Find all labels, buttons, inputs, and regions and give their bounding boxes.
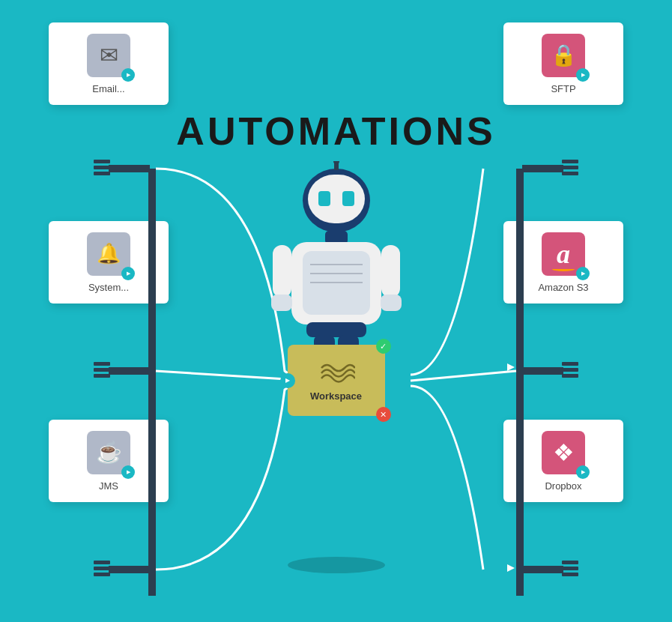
- svg-rect-18: [522, 367, 563, 375]
- dropbox-icon: [553, 438, 575, 467]
- svg-rect-2: [109, 165, 150, 172]
- sftp-label: SFTP: [551, 83, 575, 94]
- system-play-badge: [121, 267, 135, 280]
- svg-rect-48: [271, 295, 292, 311]
- svg-rect-14: [522, 165, 563, 172]
- svg-rect-6: [109, 367, 150, 375]
- svg-rect-22: [522, 566, 563, 573]
- svg-rect-50: [381, 295, 402, 311]
- sftp-play-badge: [576, 68, 590, 82]
- sftp-card[interactable]: SFTP: [503, 22, 623, 105]
- svg-rect-25: [562, 573, 578, 576]
- jms-card[interactable]: JMS: [49, 420, 169, 502]
- svg-rect-49: [381, 245, 400, 298]
- svg-rect-33: [342, 191, 354, 206]
- dropbox-play-badge: [576, 465, 590, 479]
- jms-label: JMS: [99, 480, 118, 492]
- amazons3-card[interactable]: Amazon S3: [503, 221, 623, 304]
- svg-rect-16: [562, 166, 578, 169]
- svg-rect-8: [94, 368, 110, 372]
- page-title: AUTOMATIONS: [176, 109, 495, 154]
- sftp-icon-wrap: [542, 34, 585, 77]
- svg-rect-7: [94, 362, 110, 366]
- workspace-check-badge: ✓: [376, 339, 391, 354]
- robot-shadow: [288, 557, 385, 573]
- coffee-icon: [96, 440, 122, 465]
- svg-rect-17: [562, 172, 578, 175]
- email-icon: [100, 42, 118, 68]
- workspace-card[interactable]: ▶ ✓ ✕ Workspace: [288, 345, 385, 416]
- svg-rect-10: [109, 566, 150, 573]
- svg-marker-28: [507, 564, 515, 572]
- workspace-play-badge: ▶: [280, 373, 295, 388]
- amazon-icon: [557, 238, 570, 270]
- jms-icon-wrap: [87, 431, 130, 474]
- svg-rect-19: [562, 362, 578, 366]
- svg-rect-32: [318, 191, 330, 206]
- email-play-badge: [121, 68, 135, 82]
- email-card[interactable]: Email...: [49, 22, 169, 105]
- svg-rect-42: [306, 322, 366, 337]
- bell-icon: [97, 242, 121, 265]
- workspace-label: Workspace: [310, 390, 362, 402]
- dropbox-card[interactable]: Dropbox: [503, 420, 623, 502]
- svg-rect-11: [94, 561, 110, 564]
- amazons3-label: Amazon S3: [538, 282, 588, 293]
- workspace-x-badge: ✕: [376, 407, 391, 422]
- email-label: Email...: [92, 83, 124, 94]
- svg-rect-9: [94, 374, 110, 378]
- system-label: System...: [88, 282, 129, 293]
- amazon-smile: [552, 267, 575, 271]
- svg-rect-47: [273, 245, 291, 298]
- svg-marker-27: [507, 363, 515, 371]
- workspace-icon: [318, 359, 355, 387]
- svg-rect-4: [94, 166, 110, 169]
- svg-rect-21: [562, 374, 578, 378]
- email-icon-wrap: [87, 34, 130, 77]
- jms-play-badge: [121, 465, 135, 479]
- svg-rect-15: [562, 160, 578, 163]
- svg-rect-24: [562, 567, 578, 570]
- svg-rect-5: [94, 172, 110, 175]
- svg-rect-31: [308, 175, 365, 223]
- dropbox-label: Dropbox: [545, 480, 581, 492]
- lock-icon: [551, 43, 577, 67]
- dropbox-icon-wrap: [542, 431, 585, 474]
- svg-rect-3: [94, 160, 110, 163]
- amazons3-play-badge: [576, 267, 590, 280]
- svg-rect-23: [562, 561, 578, 564]
- svg-rect-12: [94, 567, 110, 570]
- amazons3-icon-wrap: [542, 232, 585, 276]
- main-container: AUTOMATIONS: [0, 0, 672, 622]
- system-card[interactable]: System...: [49, 221, 169, 304]
- system-icon-wrap: [87, 232, 130, 276]
- svg-rect-13: [94, 573, 110, 576]
- svg-rect-20: [562, 368, 578, 372]
